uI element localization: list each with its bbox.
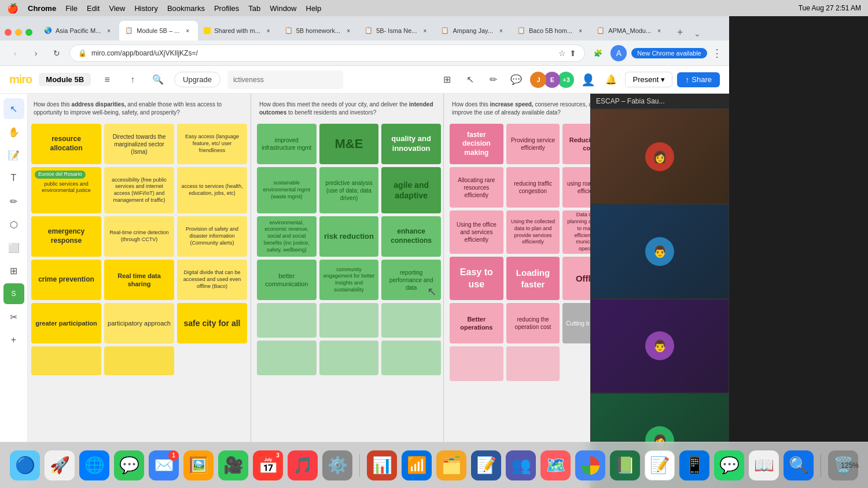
sticky-allocating[interactable]: Allocating rare resources efficiently [450, 167, 503, 208]
profile-button[interactable]: A [610, 45, 627, 61]
tab-shared[interactable]: Shared with m... × [198, 21, 278, 40]
sticky-offline[interactable]: Offline [562, 257, 590, 300]
sticky-enhance[interactable]: enhance connections [381, 216, 441, 257]
chrome-update-badge[interactable]: New Chrome available [631, 48, 707, 58]
sticky-services-access[interactable]: access to services (health, education, j… [177, 167, 247, 213]
window-close[interactable] [5, 29, 12, 36]
sticky-predictive[interactable]: predictive analysis (use of data; data d… [319, 167, 379, 213]
bookmark-icon[interactable]: ☆ [558, 49, 566, 58]
dock-word[interactable]: 📝 [471, 450, 501, 480]
menu-chrome[interactable]: Chrome [28, 4, 56, 13]
sticky-infrastructure[interactable]: improved infrastructure mgmt [257, 124, 317, 164]
sticky-agile[interactable]: agile and adaptive [381, 167, 441, 213]
sticky-decision-making[interactable]: faster decision making [450, 124, 503, 164]
search-button[interactable]: 🔍 [149, 71, 167, 89]
dock-finder[interactable]: 🔵 [10, 450, 40, 480]
module-label[interactable]: Module 5B [39, 73, 91, 86]
sticky-safe-city[interactable]: safe city for all [177, 303, 247, 343]
menu-edit[interactable]: Edit [87, 4, 100, 13]
sticky-community[interactable]: community engagement for better insights… [319, 260, 379, 300]
draw-tool[interactable]: ✏ [3, 191, 24, 212]
sticky-marginalized[interactable]: Directed towards the marginalized sector… [104, 124, 174, 164]
hamburger-menu[interactable]: ≡ [98, 71, 116, 89]
tab-menu-button[interactable]: ⌄ [690, 27, 704, 40]
present-button[interactable]: Present ▾ [625, 72, 672, 87]
dock-chrome[interactable] [575, 450, 605, 480]
sticky-me[interactable]: M&E [319, 124, 379, 164]
dock-settings[interactable]: ⚙️ [322, 450, 352, 480]
sticky-loading[interactable]: Loading faster [506, 257, 560, 300]
dock-files[interactable]: 🗂️ [436, 450, 466, 480]
comment-tool[interactable]: 💬 [507, 71, 525, 89]
dock-calendar[interactable]: 📅 3 [253, 450, 283, 480]
dock-facetime[interactable]: 🎥 [218, 450, 248, 480]
sticky-resource-allocation[interactable]: resource allocation [31, 124, 101, 164]
connect-tool[interactable]: ⬜ [3, 237, 24, 258]
menu-window[interactable]: Window [270, 4, 296, 13]
dock-bluetooth[interactable]: 📶 [402, 450, 432, 480]
text-tool[interactable]: T [3, 168, 24, 188]
sticky-sustainable[interactable]: sustainable environmental mgmt (waste mg… [257, 167, 317, 213]
chrome-menu-button[interactable]: ⋮ [712, 47, 722, 60]
sticky-green-empty2[interactable] [319, 303, 379, 338]
sticky-greater-participation[interactable]: greater participation [31, 303, 101, 343]
sticky-eunice[interactable]: Eunice del Rosario public services and e… [31, 167, 101, 213]
share-icon[interactable]: ⬆ [569, 49, 576, 58]
dock-zoom[interactable]: 🔍 [784, 450, 814, 480]
dock-messages[interactable]: 💬 [114, 450, 144, 480]
window-minimize[interactable] [15, 29, 22, 36]
sticky-better-operations[interactable]: Better operations [450, 303, 503, 343]
dock-excel[interactable]: 📗 [610, 450, 640, 480]
sticky-crime-detection[interactable]: Real-time crime detection (through CCTV) [104, 216, 174, 257]
cursor-tool-sidebar[interactable]: ↖ [3, 98, 24, 119]
extensions-button[interactable]: 🧩 [590, 45, 606, 61]
menu-tab[interactable]: Tab [248, 4, 260, 13]
dock-powerpoint[interactable]: 📊 [367, 450, 397, 480]
sticky-internet-access[interactable]: accessibility (free public services and … [104, 167, 174, 213]
tab-7[interactable]: 📋 APMA_Modu... × [591, 21, 670, 40]
move-tool[interactable]: ✋ [3, 121, 24, 142]
sticky-yellow-empty2[interactable] [104, 346, 174, 375]
sticky-realtime-data[interactable]: Real time data sharing [104, 260, 174, 300]
cursor-tool[interactable]: ↖ [461, 71, 479, 89]
tab-5[interactable]: 📋 Ampang Jay... × [435, 21, 512, 40]
notification-bell[interactable]: 🔔 [602, 71, 620, 89]
forward-button[interactable]: › [28, 45, 44, 61]
sticky-office-services[interactable]: Using the office and services efficientl… [450, 210, 503, 254]
shapes-tool[interactable]: ⬡ [3, 214, 24, 235]
add-tool[interactable]: + [3, 330, 24, 350]
sticky-green-empty5[interactable] [319, 341, 379, 375]
plugins-tool[interactable]: ✂ [3, 306, 24, 327]
dock-safari[interactable]: 🌐 [79, 450, 109, 480]
dock-dictionary[interactable]: 📖 [749, 450, 779, 480]
dock-maps[interactable]: 🗺️ [540, 450, 571, 480]
sticky-collected-data[interactable]: Using the collected data to plan and pro… [506, 210, 560, 254]
dock-photos[interactable]: 🖼️ [183, 450, 214, 480]
sticky-tool[interactable]: 📝 [3, 145, 24, 165]
tab-6[interactable]: 📋 Baco 5B hom... × [512, 21, 591, 40]
sticky-emergency[interactable]: emergency response [31, 216, 101, 257]
menu-profiles[interactable]: Profiles [214, 4, 239, 13]
menu-history[interactable]: History [134, 4, 157, 13]
tab-1[interactable]: 📋 Module 5B – ... × [119, 21, 198, 40]
sticky-communication[interactable]: better communication [257, 260, 317, 300]
pen-tool[interactable]: ✏ [484, 71, 502, 89]
sticky-data-driven[interactable]: Data driven planning and policy to manag… [562, 210, 590, 254]
sticky-traffic[interactable]: reducing traffic congestion [506, 167, 560, 208]
upgrade-button[interactable]: Upgrade [174, 72, 220, 87]
sticky-participatory[interactable]: participatory approach [104, 303, 174, 343]
sticky-green-empty4[interactable] [257, 341, 317, 375]
sticky-quality[interactable]: quality and innovation [381, 124, 441, 164]
miro-search-bar[interactable]: ictiveness [227, 71, 343, 89]
apple-menu[interactable]: 🍎 [7, 3, 19, 14]
green-tool[interactable]: S [3, 283, 24, 304]
tab-3[interactable]: 📋 5B homework... × [279, 21, 359, 40]
canvas-area[interactable]: How does this address disparities, and e… [28, 94, 590, 488]
avatar-overflow[interactable]: +3 [558, 72, 574, 88]
menu-help[interactable]: Help [306, 4, 322, 13]
new-tab-button[interactable]: + [672, 24, 688, 40]
sticky-easy-access[interactable]: Easy access (language feature, etc/ user… [177, 124, 247, 164]
sticky-environmental[interactable]: environmental, economic revenue, social … [257, 216, 317, 257]
avatar-2[interactable]: E [544, 72, 560, 88]
sticky-green-empty6[interactable] [381, 341, 441, 375]
